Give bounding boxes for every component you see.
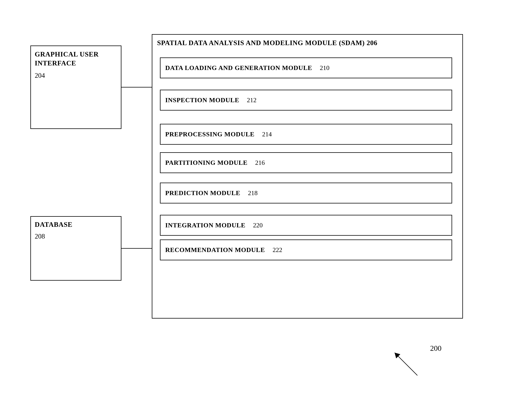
gui-box: GRAPHICAL USER INTERFACE 204 — [30, 46, 121, 129]
gui-box-title: GRAPHICAL USER INTERFACE — [35, 50, 117, 68]
diagram-container: GRAPHICAL USER INTERFACE 204 DATABASE 20… — [19, 23, 487, 383]
module-box-3: PREPROCESSING MODULE 214 — [160, 124, 452, 145]
sdam-outer-box: SPATIAL DATA ANALYSIS AND MODELING MODUL… — [152, 34, 463, 319]
module-label-3: PREPROCESSING MODULE — [165, 131, 255, 138]
svg-marker-3 — [395, 353, 400, 358]
module-number-2: 212 — [247, 97, 257, 104]
module-number-5: 218 — [248, 190, 258, 197]
module-label-1: DATA LOADING AND GENERATION MODULE — [165, 64, 312, 72]
module-label-2: INSPECTION MODULE — [165, 97, 239, 104]
module-label-6: INTEGRATION MODULE — [165, 222, 246, 229]
db-box: DATABASE 208 — [30, 216, 121, 281]
gui-box-number: 204 — [35, 72, 117, 79]
module-number-6: 220 — [253, 222, 263, 229]
module-box-6: INTEGRATION MODULE 220 — [160, 215, 452, 236]
module-box-7: RECOMMENDATION MODULE 222 — [160, 239, 452, 260]
db-box-title: DATABASE — [35, 221, 117, 229]
module-box-4: PARTITIONING MODULE 216 — [160, 152, 452, 173]
module-number-3: 214 — [262, 131, 272, 138]
module-box-5: PREDICTION MODULE 218 — [160, 183, 452, 203]
db-box-number: 208 — [35, 232, 117, 240]
module-label-7: RECOMMENDATION MODULE — [165, 246, 265, 254]
module-box-1: DATA LOADING AND GENERATION MODULE 210 — [160, 58, 452, 78]
module-label-5: PREDICTION MODULE — [165, 190, 240, 197]
module-number-7: 222 — [273, 246, 282, 254]
module-box-2: INSPECTION MODULE 212 — [160, 90, 452, 111]
sdam-title: SPATIAL DATA ANALYSIS AND MODELING MODUL… — [152, 35, 462, 51]
diagram-number: 200 — [430, 344, 441, 353]
module-label-4: PARTITIONING MODULE — [165, 159, 248, 166]
module-number-4: 216 — [255, 159, 265, 166]
module-number-1: 210 — [320, 64, 330, 72]
svg-line-2 — [395, 353, 417, 375]
